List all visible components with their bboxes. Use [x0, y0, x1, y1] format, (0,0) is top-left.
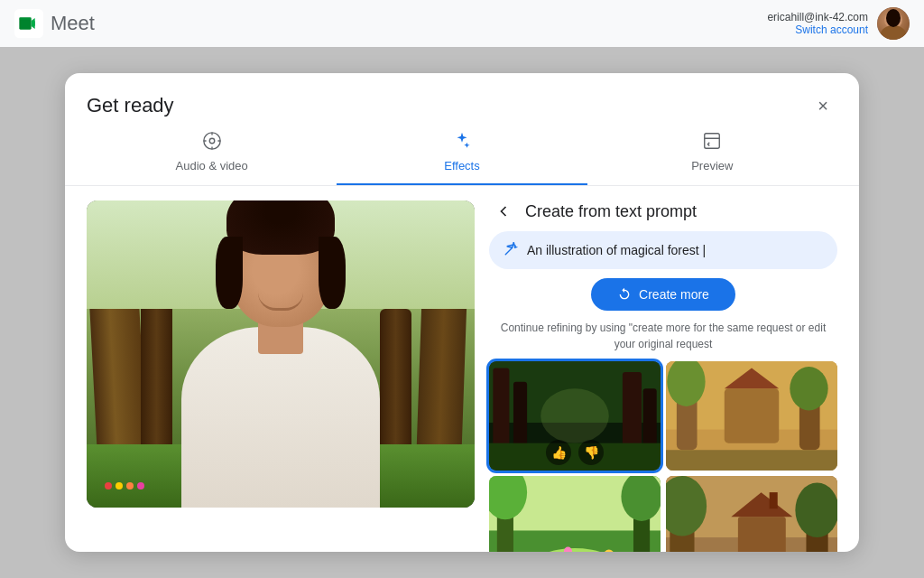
- audio-video-icon: [202, 131, 222, 155]
- svg-rect-48: [770, 492, 778, 508]
- svg-rect-30: [666, 450, 837, 471]
- account-section: ericahill@ink-42.com Switch account: [767, 7, 910, 40]
- hint-text: Continue refining by using "create more …: [489, 320, 837, 352]
- tab-preview-label: Preview: [691, 159, 733, 172]
- svg-rect-46: [738, 517, 786, 552]
- svg-rect-15: [493, 368, 509, 451]
- thumbdown-icon-1: 👎: [584, 445, 599, 460]
- magic-wand-icon: [504, 240, 520, 260]
- svg-point-4: [886, 9, 901, 27]
- effects-icon: [452, 131, 472, 155]
- account-info: ericahill@ink-42.com Switch account: [767, 11, 868, 36]
- svg-point-20: [541, 388, 609, 443]
- back-button[interactable]: [489, 200, 518, 222]
- grid-image-3[interactable]: [489, 476, 661, 552]
- person: [154, 219, 407, 508]
- thumbup-icon-1: 👍: [551, 445, 567, 460]
- svg-rect-24: [725, 388, 779, 443]
- svg-rect-11: [705, 134, 720, 149]
- svg-point-29: [790, 367, 827, 410]
- video-preview: [87, 200, 475, 508]
- close-button[interactable]: ×: [808, 91, 837, 120]
- switch-account-link[interactable]: Switch account: [767, 23, 868, 36]
- account-email: ericahill@ink-42.com: [767, 11, 868, 23]
- grid-image-2[interactable]: [666, 361, 837, 471]
- avatar-image: [877, 7, 910, 40]
- flowers-left: [105, 482, 144, 489]
- grid-image-1[interactable]: 👍 👎: [489, 361, 661, 471]
- tabs-bar: Audio & video Effects: [65, 120, 859, 186]
- image-grid: 👍 👎: [489, 361, 837, 552]
- dialog-header: Get ready ×: [65, 73, 859, 120]
- panel-title: Create from text prompt: [525, 202, 697, 221]
- grid-image-3-bg: [489, 476, 661, 552]
- create-more-container: Create more: [489, 278, 837, 311]
- grid-image-4-bg: [666, 476, 837, 552]
- dialog-title: Get ready: [87, 94, 174, 117]
- tab-audio-video[interactable]: Audio & video: [87, 131, 337, 185]
- preview-icon: [702, 131, 722, 155]
- prompt-input-field[interactable]: [527, 243, 823, 257]
- thumbdown-button-1[interactable]: 👎: [578, 440, 604, 465]
- avatar[interactable]: [877, 7, 910, 40]
- topbar: Meet ericahill@ink-42.com Switch account: [0, 0, 924, 47]
- back-header: Create from text prompt: [489, 200, 837, 222]
- svg-point-52: [795, 482, 837, 536]
- forest-scene: [87, 200, 475, 508]
- thumb-overlay-1: 👍 👎: [489, 440, 661, 465]
- right-panel: Create from text prompt: [489, 200, 837, 537]
- grid-image-4[interactable]: [666, 476, 837, 552]
- grid-image-2-bg: [666, 361, 837, 471]
- prompt-input-container[interactable]: [489, 231, 837, 269]
- meet-logo-icon: [14, 9, 43, 38]
- dialog-body: Create from text prompt: [65, 186, 859, 552]
- tab-effects-label: Effects: [444, 159, 480, 172]
- app-name: Meet: [51, 12, 95, 35]
- meet-logo: Meet: [14, 9, 95, 38]
- tab-audio-video-label: Audio & video: [176, 159, 248, 172]
- create-more-button[interactable]: Create more: [591, 278, 735, 311]
- svg-rect-17: [623, 372, 642, 447]
- svg-point-6: [209, 138, 215, 144]
- thumbup-button-1[interactable]: 👍: [546, 440, 571, 465]
- svg-point-3: [881, 25, 906, 40]
- tab-preview[interactable]: Preview: [587, 131, 837, 185]
- create-more-label: Create more: [639, 287, 709, 302]
- main-area: Get ready × Audio & video: [0, 47, 924, 578]
- tab-effects[interactable]: Effects: [337, 131, 587, 185]
- dialog: Get ready × Audio & video: [65, 73, 859, 552]
